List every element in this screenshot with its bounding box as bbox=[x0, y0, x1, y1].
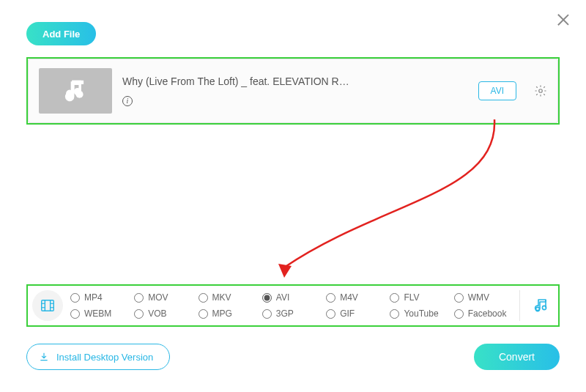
format-radio-flv[interactable] bbox=[390, 293, 399, 303]
format-label: Facebook bbox=[468, 308, 507, 319]
svg-rect-4 bbox=[42, 300, 54, 311]
film-icon bbox=[40, 297, 56, 314]
install-desktop-button[interactable]: Install Desktop Version bbox=[26, 344, 170, 370]
format-radio-avi[interactable] bbox=[262, 293, 272, 303]
format-option-flv[interactable]: FLV bbox=[390, 292, 450, 303]
format-option-avi[interactable]: AVI bbox=[262, 292, 323, 303]
format-option-3gp[interactable]: 3GP bbox=[262, 308, 323, 319]
format-option-gif[interactable]: GIF bbox=[326, 308, 387, 319]
format-option-facebook[interactable]: Facebook bbox=[454, 308, 515, 319]
format-radio-webm[interactable] bbox=[70, 309, 80, 319]
format-label: 3GP bbox=[276, 308, 294, 319]
music-note-icon bbox=[62, 77, 89, 105]
format-label: MOV bbox=[148, 292, 168, 303]
format-label: M4V bbox=[340, 292, 358, 303]
format-option-mp4[interactable]: MP4 bbox=[70, 292, 131, 303]
gear-icon[interactable] bbox=[534, 84, 547, 97]
format-label: MP4 bbox=[84, 292, 103, 303]
format-option-webm[interactable]: WEBM bbox=[70, 308, 131, 319]
add-file-button[interactable]: Add File bbox=[26, 22, 96, 45]
svg-point-11 bbox=[535, 307, 539, 311]
svg-marker-3 bbox=[278, 264, 292, 278]
file-card-highlight: Why (Live From The Loft) _ feat. ELEVATI… bbox=[26, 57, 560, 125]
format-label: AVI bbox=[276, 292, 289, 303]
format-options-grid: MP4MOVMKVAVIM4VFLVWMVWEBMVOBMPG3GPGIFYou… bbox=[70, 292, 515, 319]
svg-point-2 bbox=[539, 89, 543, 93]
convert-button[interactable]: Convert bbox=[474, 344, 560, 370]
close-icon[interactable] bbox=[557, 13, 570, 26]
format-option-vob[interactable]: VOB bbox=[134, 308, 195, 319]
annotation-arrow bbox=[234, 114, 513, 289]
format-radio-mkv[interactable] bbox=[199, 293, 208, 303]
format-panel-highlight: MP4MOVMKVAVIM4VFLVWMVWEBMVOBMPG3GPGIFYou… bbox=[26, 284, 560, 327]
audio-category-button[interactable] bbox=[530, 295, 551, 316]
format-panel: MP4MOVMKVAVIM4VFLVWMVWEBMVOBMPG3GPGIFYou… bbox=[28, 286, 558, 325]
format-label: MKV bbox=[212, 292, 231, 303]
download-icon bbox=[39, 352, 49, 362]
format-label: YouTube bbox=[404, 308, 438, 319]
format-radio-mpg[interactable] bbox=[199, 309, 208, 319]
format-radio-wmv[interactable] bbox=[454, 293, 464, 303]
install-desktop-label: Install Desktop Version bbox=[56, 352, 153, 363]
format-label: WEBM bbox=[84, 308, 111, 319]
format-radio-gif[interactable] bbox=[326, 309, 335, 319]
format-option-mkv[interactable]: MKV bbox=[199, 292, 259, 303]
format-radio-3gp[interactable] bbox=[262, 309, 272, 319]
format-label: VOB bbox=[148, 308, 166, 319]
file-title: Why (Live From The Loft) _ feat. ELEVATI… bbox=[122, 75, 468, 87]
format-radio-mov[interactable] bbox=[134, 293, 144, 303]
format-radio-mp4[interactable] bbox=[70, 293, 80, 303]
format-radio-m4v[interactable] bbox=[326, 293, 335, 303]
format-label: FLV bbox=[404, 292, 419, 303]
format-option-wmv[interactable]: WMV bbox=[454, 292, 515, 303]
file-card: Why (Live From The Loft) _ feat. ELEVATI… bbox=[28, 59, 558, 123]
format-option-m4v[interactable]: M4V bbox=[326, 292, 387, 303]
format-radio-vob[interactable] bbox=[134, 309, 144, 319]
divider bbox=[519, 290, 520, 321]
info-icon[interactable]: i bbox=[122, 96, 133, 106]
format-option-youtube[interactable]: YouTube bbox=[390, 308, 450, 319]
format-option-mpg[interactable]: MPG bbox=[199, 308, 259, 319]
file-thumbnail bbox=[39, 68, 112, 114]
app-window: Add File Why (Live From The Loft) _ feat… bbox=[0, 0, 586, 392]
format-label: WMV bbox=[468, 292, 489, 303]
format-label: GIF bbox=[340, 308, 355, 319]
format-option-mov[interactable]: MOV bbox=[134, 292, 195, 303]
music-icon bbox=[532, 297, 549, 314]
format-label: MPG bbox=[212, 308, 232, 319]
format-radio-youtube[interactable] bbox=[390, 309, 399, 319]
format-radio-facebook[interactable] bbox=[454, 309, 464, 319]
format-badge-button[interactable]: AVI bbox=[478, 81, 516, 100]
file-meta: Why (Live From The Loft) _ feat. ELEVATI… bbox=[122, 75, 468, 106]
video-category-button[interactable] bbox=[32, 290, 63, 321]
